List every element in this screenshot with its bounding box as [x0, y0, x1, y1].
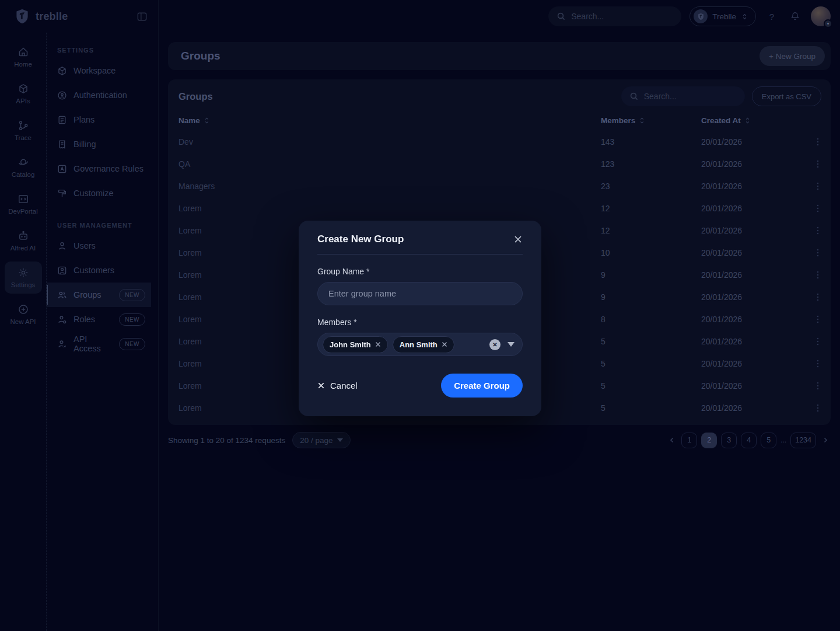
column-header-created-at[interactable]: Created At — [701, 116, 805, 125]
group-created: 20/01/2026 — [701, 337, 805, 346]
sidebar-item-label: Authentication — [74, 90, 127, 100]
user-avatar[interactable]: ▾ — [811, 6, 831, 26]
sidebar-item-customers[interactable]: Customers — [47, 258, 151, 283]
rail-item-catalog[interactable]: Catalog — [5, 151, 42, 183]
row-menu-icon[interactable] — [805, 381, 831, 391]
table-row[interactable]: Lorem1220/01/2026 — [168, 197, 831, 219]
rail-item-new-api[interactable]: New API — [5, 298, 42, 330]
clear-all-icon[interactable]: ✕ — [489, 339, 501, 350]
group-created: 20/01/2026 — [701, 204, 805, 213]
table-row[interactable]: Dev14320/01/2026 — [168, 131, 831, 153]
row-menu-icon[interactable] — [805, 204, 831, 213]
trace-icon — [18, 120, 29, 131]
new-group-button[interactable]: + New Group — [760, 46, 825, 66]
customer-icon — [57, 266, 67, 276]
row-menu-icon[interactable] — [805, 337, 831, 346]
group-created: 20/01/2026 — [701, 315, 805, 324]
workspace-name: Treblle — [712, 12, 736, 21]
notifications-bell-icon[interactable] — [788, 9, 803, 24]
row-menu-icon[interactable] — [805, 137, 831, 147]
member-chip[interactable]: Ann Smith — [393, 336, 454, 353]
table-row[interactable]: Managers2320/01/2026 — [168, 175, 831, 197]
group-created: 20/01/2026 — [701, 137, 805, 147]
sidebar-item-authentication[interactable]: Authentication — [47, 83, 151, 107]
sidebar-item-workspace[interactable]: Workspace — [47, 58, 151, 83]
page-button-5[interactable]: 5 — [761, 433, 776, 448]
page-button-4[interactable]: 4 — [741, 433, 757, 448]
prev-page-icon[interactable] — [667, 436, 677, 444]
shield-icon — [57, 90, 67, 100]
export-csv-button[interactable]: Export as CSV — [752, 86, 821, 106]
group-name: QA — [178, 159, 601, 169]
row-menu-icon[interactable] — [805, 270, 831, 280]
settings-submenu: SETTINGS Workspace Authentication Plans … — [47, 33, 158, 631]
row-menu-icon[interactable] — [805, 359, 831, 368]
table-row[interactable]: QA12320/01/2026 — [168, 153, 831, 175]
api-access-icon — [57, 339, 67, 349]
devportal-icon — [18, 193, 29, 205]
group-name-label: Group Name * — [317, 267, 523, 276]
sidebar-collapse-icon[interactable] — [136, 11, 148, 22]
sidebar-item-label: Customers — [74, 266, 114, 275]
global-search-input[interactable] — [571, 12, 673, 21]
row-menu-icon[interactable] — [805, 159, 831, 169]
brand-logo[interactable]: treblle — [14, 8, 68, 25]
sidebar-item-label: API Access — [74, 334, 113, 353]
sidebar-item-label: Groups — [74, 290, 102, 299]
group-members: 12 — [601, 226, 701, 235]
table-search-input[interactable] — [644, 92, 737, 101]
sidebar-item-label: Customize — [74, 189, 114, 198]
column-label: Members — [601, 116, 635, 125]
rail-item-alfred-ai[interactable]: Alfred AI — [5, 225, 42, 257]
workspace-selector[interactable]: Treblle — [690, 6, 756, 26]
sidebar-item-api-access[interactable]: API Access NEW — [47, 332, 151, 356]
row-menu-icon[interactable] — [805, 226, 831, 235]
sidebar-item-roles[interactable]: Roles NEW — [47, 307, 151, 332]
sidebar: treblle Home APIs Trace — [0, 0, 159, 631]
row-menu-icon[interactable] — [805, 292, 831, 302]
rail-item-devportal[interactable]: DevPortal — [5, 188, 42, 220]
row-menu-icon[interactable] — [805, 248, 831, 257]
sidebar-item-billing[interactable]: Billing — [47, 132, 151, 156]
cancel-label: Cancel — [330, 381, 358, 391]
page-button-2-active[interactable]: 2 — [701, 433, 717, 448]
rail-item-settings[interactable]: Settings — [5, 262, 42, 294]
rail-item-trace[interactable]: Trace — [5, 114, 42, 147]
receipt-icon — [57, 140, 67, 149]
page-ellipsis: ... — [780, 436, 786, 444]
create-group-submit-button[interactable]: Create Group — [441, 374, 523, 398]
page-size-select[interactable]: 20 / page — [292, 432, 351, 448]
row-menu-icon[interactable] — [805, 315, 831, 324]
column-header-name[interactable]: Name — [178, 116, 601, 125]
sidebar-item-customize[interactable]: Customize — [47, 181, 151, 205]
page-button-3[interactable]: 3 — [721, 433, 737, 448]
group-name-input[interactable] — [317, 282, 523, 305]
table-search[interactable] — [621, 86, 745, 106]
help-button[interactable]: ? — [764, 9, 779, 24]
row-menu-icon[interactable] — [805, 182, 831, 191]
cancel-button[interactable]: Cancel — [317, 381, 358, 391]
sidebar-item-plans[interactable]: Plans — [47, 107, 151, 132]
column-header-members[interactable]: Members — [601, 116, 701, 125]
remove-member-icon[interactable] — [442, 341, 447, 347]
row-menu-icon[interactable] — [805, 403, 831, 413]
close-icon[interactable] — [513, 235, 523, 244]
sidebar-item-governance-rules[interactable]: Governance Rules — [47, 156, 151, 181]
paint-roller-icon — [57, 189, 67, 198]
group-created: 20/01/2026 — [701, 403, 805, 413]
rail-item-home[interactable]: Home — [5, 41, 42, 73]
member-chip[interactable]: John Smith — [323, 336, 388, 353]
sidebar-item-users[interactable]: Users — [47, 233, 151, 258]
rail-item-apis[interactable]: APIs — [5, 78, 42, 110]
page-button-last[interactable]: 1234 — [790, 433, 816, 448]
page-button-1[interactable]: 1 — [681, 433, 697, 448]
search-icon — [556, 12, 566, 21]
search-icon — [629, 92, 639, 101]
global-search[interactable] — [548, 6, 681, 26]
members-multiselect[interactable]: John Smith Ann Smith ✕ — [317, 333, 523, 356]
sidebar-item-groups[interactable]: Groups NEW — [47, 283, 151, 307]
next-page-icon[interactable] — [820, 436, 831, 444]
user-icon — [57, 241, 67, 251]
remove-member-icon[interactable] — [375, 341, 381, 347]
chevron-down-icon[interactable] — [508, 342, 514, 347]
